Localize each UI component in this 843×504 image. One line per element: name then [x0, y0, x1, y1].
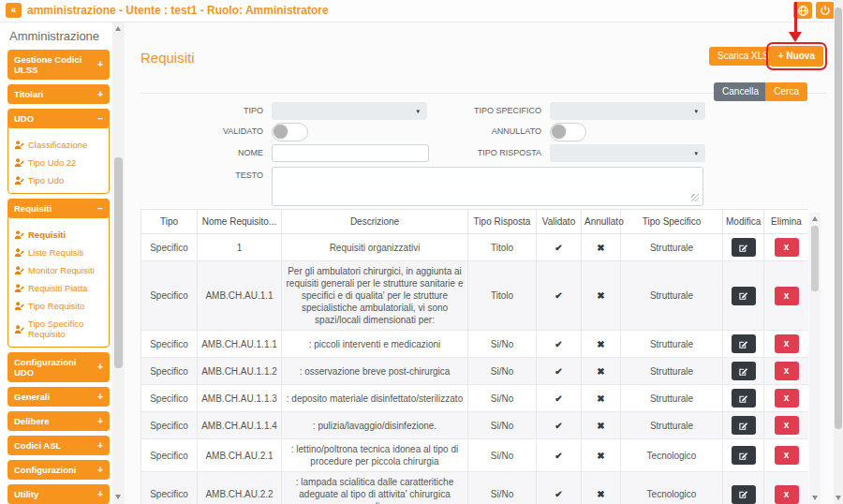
nome-input[interactable]	[272, 144, 429, 162]
cell-tipo-risposta: Si/No	[468, 472, 537, 504]
delete-button[interactable]: x	[775, 485, 799, 504]
check-icon: ✔	[555, 451, 562, 461]
tipo-label: TIPO	[151, 102, 263, 120]
cell-validato: ✔	[537, 439, 582, 472]
sidebar-item-requisiti[interactable]: Requisiti	[10, 226, 107, 244]
sidebar-item-liste-requisiti[interactable]: Liste Requisiti	[10, 244, 107, 261]
delete-button[interactable]: x	[775, 287, 799, 305]
cell-annullato: ✖	[582, 385, 621, 412]
tipo-specifico-select[interactable]: ▾	[550, 102, 705, 120]
check-icon: ✔	[555, 290, 562, 301]
table-row: SpecificoAMB.CH.AU.2.2: lampada scialiti…	[141, 472, 809, 504]
sidebar-group-requisiti[interactable]: Requisiti−	[7, 199, 110, 218]
edit-button[interactable]	[732, 334, 756, 353]
edit-button[interactable]	[732, 485, 756, 504]
cell-validato: ✔	[537, 385, 582, 412]
sidebar-item-tipo-requisito[interactable]: Tipo Requisito	[10, 297, 107, 315]
cell-tipo: Specifico	[141, 439, 198, 472]
cell-descrizione: : piccoli interventi e medicazioni	[282, 331, 468, 358]
check-icon: ✔	[555, 243, 562, 253]
check-icon: ✔	[555, 366, 562, 377]
sidebar-item-classificazione[interactable]: Classificazione	[10, 136, 107, 154]
col-nome-requisito: Nome Requisito...	[198, 210, 282, 234]
sidebar-group-codici-asl[interactable]: Codici ASL+	[7, 436, 110, 455]
delete-button[interactable]: x	[775, 238, 799, 257]
sidebar-item-tipo-specifico-requisito[interactable]: Tipo Specifico Requisito	[10, 315, 107, 343]
cell-tipo-specifico: Strutturale	[621, 412, 723, 439]
tipo-risposta-select[interactable]: ▾	[550, 144, 705, 162]
sidebar-scrollbar[interactable]	[112, 22, 125, 504]
sidebar-scrollbar-thumb[interactable]	[114, 157, 123, 368]
cell-elimina: x	[764, 439, 809, 472]
annotation-arrowhead	[789, 32, 802, 42]
delete-button[interactable]: x	[775, 416, 799, 435]
sidebar-collapse-button[interactable]: «	[6, 3, 22, 18]
col-validato: Validato	[537, 210, 582, 234]
sidebar-group-configurazioni-udo[interactable]: Configurazioni UDO+	[7, 352, 110, 382]
scroll-up-icon[interactable]	[812, 216, 818, 221]
sidebar-group-titolari[interactable]: Titolari+	[7, 84, 110, 104]
table-scrollbar[interactable]	[809, 213, 821, 504]
annullato-toggle[interactable]	[550, 123, 586, 141]
sidebar-group-label: Generali	[14, 392, 50, 402]
scroll-up-icon[interactable]	[115, 26, 121, 31]
scroll-down-icon[interactable]	[812, 496, 818, 500]
tipo-select[interactable]: ▾	[272, 102, 427, 120]
col-tipo: Tipo	[141, 210, 198, 234]
sidebar-group-utility[interactable]: Utility+	[7, 484, 110, 504]
cell-descrizione: : osservazione breve post-chirurgica	[282, 358, 468, 385]
scarica-xls-button[interactable]: Scarica XLS	[709, 47, 777, 66]
table-row: SpecificoAMB.CH.AU.2.1: lettino/poltrona…	[141, 439, 809, 472]
validato-toggle[interactable]	[272, 123, 308, 141]
cell-descrizione: : pulizia/lavaggio/disinfezione.	[282, 412, 468, 439]
cell-nome-requisito: 1	[198, 234, 282, 261]
sidebar-item-tipo-udo-22[interactable]: Tipo Udo 22	[10, 154, 107, 171]
x-icon: ✖	[597, 451, 604, 461]
cell-annullato: ✖	[582, 234, 621, 261]
page-scrollbar[interactable]	[834, 0, 843, 504]
sidebar-group-configurazioni[interactable]: Configurazioni+	[7, 460, 110, 480]
sidebar-submenu-requisiti: RequisitiListe RequisitiMonitor Requisit…	[7, 214, 110, 348]
cell-tipo-risposta: Si/No	[468, 385, 537, 412]
page-scrollbar-thumb[interactable]	[835, 7, 842, 429]
person-icon	[14, 140, 24, 150]
edit-button[interactable]	[732, 389, 756, 408]
table-scrollbar-thumb[interactable]	[811, 226, 819, 291]
cell-tipo-specifico: Strutturale	[621, 331, 723, 358]
edit-button[interactable]	[732, 238, 756, 257]
delete-button[interactable]: x	[775, 389, 799, 408]
sidebar-group-generali[interactable]: Generali+	[7, 387, 110, 407]
power-button[interactable]	[816, 2, 835, 19]
sidebar-group-gestione-codici-ulss[interactable]: Gestione Codici ULSS+	[7, 50, 110, 80]
resize-grip[interactable]	[691, 194, 699, 201]
sidebar-group-delibere[interactable]: Delibere+	[7, 411, 110, 431]
cell-tipo-risposta: Si/No	[468, 439, 537, 472]
cell-nome-requisito: AMB.CH.AU.1.1.4	[198, 412, 282, 439]
cell-descrizione: : lampada scialitica dalle caratteritich…	[282, 472, 468, 504]
edit-button[interactable]	[732, 416, 756, 435]
caret-down-icon: ▾	[416, 107, 420, 115]
delete-button[interactable]: x	[775, 446, 799, 465]
sidebar-item-tipo-udo[interactable]: Tipo Udo	[10, 171, 107, 189]
nuova-button[interactable]: + Nuova	[770, 46, 823, 67]
sidebar-group-label: Delibere	[14, 416, 50, 426]
annotation-arrow	[794, 2, 797, 33]
edit-icon	[738, 421, 748, 431]
sidebar-item-monitor-requisiti[interactable]: Monitor Requisiti	[10, 261, 107, 279]
testo-textarea[interactable]	[272, 167, 703, 206]
edit-button[interactable]	[732, 287, 756, 305]
edit-button[interactable]	[732, 446, 756, 465]
app-title: amministrazione - Utente : test1 - Ruolo…	[27, 4, 329, 17]
sidebar-group-udo[interactable]: UDO−	[7, 109, 110, 128]
x-icon: ✖	[597, 393, 604, 404]
scroll-down-icon[interactable]	[115, 495, 121, 499]
sidebar-item-requisiti-piatta[interactable]: Requisiti Piatta	[10, 279, 107, 297]
cancella-button[interactable]: Cancella	[714, 82, 767, 101]
delete-button[interactable]: x	[775, 334, 799, 353]
scroll-down-icon[interactable]	[836, 496, 841, 500]
table-row: SpecificoAMB.CH.AU.1.1.1: piccoli interv…	[141, 331, 809, 358]
cerca-button[interactable]: Cerca	[765, 82, 807, 101]
edit-button[interactable]	[732, 362, 756, 380]
delete-button[interactable]: x	[775, 362, 799, 380]
cell-elimina: x	[764, 234, 809, 261]
